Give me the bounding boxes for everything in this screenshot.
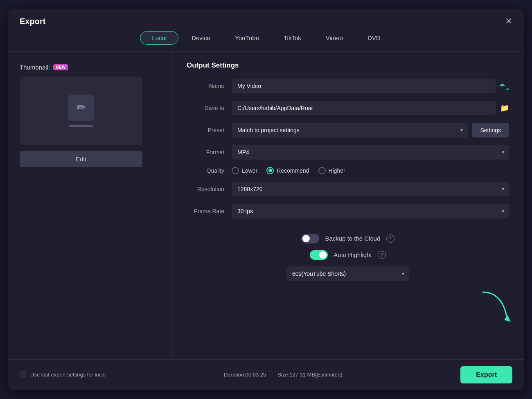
resolution-select[interactable]: 1280x720 (232, 182, 509, 196)
lower-label: Lower (242, 167, 257, 174)
thumbnail-preview: ✏ (20, 77, 142, 145)
output-settings-title: Output Settings (187, 61, 509, 70)
auto-highlight-row: Auto Highlight ? (187, 250, 509, 260)
thumbnail-bar (69, 125, 93, 127)
footer-info: Duration:00:03:25 Size:127.31 MB(Estimat… (224, 372, 343, 378)
higher-radio-circle (318, 167, 326, 174)
tab-youtube[interactable]: YouTube (223, 32, 271, 44)
shorts-select[interactable]: 60s(YouTube Shorts) (286, 266, 409, 281)
folder-icon[interactable]: 📁 (500, 104, 509, 113)
name-label: Name (187, 83, 232, 89)
backup-help-icon[interactable]: ? (386, 234, 394, 243)
tab-device[interactable]: Device (180, 32, 222, 44)
format-label: Format (187, 149, 232, 156)
quality-label: Quality (187, 167, 232, 174)
new-badge: NEW (53, 64, 68, 70)
preset-row: Preset Match to project settings ▾ Setti… (187, 123, 509, 138)
preset-select[interactable]: Match to project settings (232, 123, 468, 138)
auto-highlight-label: Auto Highlight (334, 251, 372, 258)
quality-lower[interactable]: Lower (232, 167, 257, 174)
tab-vimeo[interactable]: Vimeo (314, 32, 354, 44)
quality-recommend[interactable]: Recommend (266, 167, 309, 174)
thumbnail-text: Thumbnail: (20, 64, 50, 71)
auto-highlight-help-icon[interactable]: ? (378, 251, 386, 259)
right-panel: Output Settings Name ✒AI Save to 📁 Pre (172, 52, 524, 359)
quality-options: Lower Recommend Higher (232, 167, 509, 174)
auto-highlight-toggle[interactable] (310, 250, 328, 260)
format-row: Format MP4 ▾ (187, 145, 509, 160)
export-dialog: Export ✕ Local Device YouTube TikTok Vim… (8, 9, 524, 390)
frame-rate-select-wrap: 30 fps ▾ (232, 204, 509, 219)
use-last-label: Use last export settings for local (30, 372, 106, 378)
title-bar: Export ✕ (8, 9, 524, 31)
shorts-select-wrap: 60s(YouTube Shorts) ▾ (187, 266, 509, 281)
preset-input-group: Match to project settings ▾ Settings (232, 123, 509, 138)
name-input-group: ✒AI (232, 79, 509, 93)
frame-rate-row: Frame Rate 30 fps ▾ (187, 204, 509, 219)
format-select-wrap: MP4 ▾ (232, 145, 509, 160)
shorts-select-dropdown-wrap: 60s(YouTube Shorts) ▾ (286, 266, 409, 281)
save-to-row: Save to 📁 (187, 101, 509, 115)
format-select[interactable]: MP4 (232, 145, 509, 160)
edit-pencil-icon: ✏ (77, 101, 86, 114)
use-last-wrap: Use last export settings for local (20, 372, 106, 378)
backup-toggle-thumb (302, 235, 310, 242)
save-to-input[interactable] (232, 101, 496, 115)
frame-rate-select[interactable]: 30 fps (232, 204, 509, 219)
svg-marker-0 (504, 315, 511, 322)
close-button[interactable]: ✕ (505, 17, 512, 26)
size-label: Size:127.31 MB(Estimated) (277, 372, 342, 378)
tab-dvd[interactable]: DVD (356, 32, 392, 44)
save-to-label: Save to (187, 105, 232, 111)
resolution-select-wrap: 1280x720 ▾ (232, 182, 509, 196)
thumbnail-label: Thumbnail: NEW (20, 64, 68, 71)
resolution-label: Resolution (187, 186, 232, 192)
main-content: Thumbnail: NEW ✏ Edit Output Settings Na… (8, 52, 524, 359)
use-last-checkbox[interactable] (20, 372, 26, 378)
lower-radio-circle (232, 167, 239, 174)
name-row: Name ✒AI (187, 79, 509, 93)
settings-button[interactable]: Settings (472, 123, 509, 138)
recommend-radio-dot (268, 169, 272, 172)
backup-row: Backup to the Cloud ? (187, 234, 509, 243)
export-button[interactable]: Export (460, 366, 512, 383)
name-input[interactable] (232, 79, 496, 93)
duration-label: Duration:00:03:25 (224, 372, 266, 378)
tab-tiktok[interactable]: TikTok (272, 32, 313, 44)
preset-label: Preset (187, 127, 232, 133)
backup-label: Backup to the Cloud (325, 235, 380, 242)
frame-rate-label: Frame Rate (187, 208, 232, 214)
export-arrow (479, 288, 512, 327)
footer: Use last export settings for local Durat… (8, 359, 524, 390)
ai-icon[interactable]: ✒AI (500, 81, 509, 91)
backup-toggle[interactable] (301, 234, 319, 243)
tab-local[interactable]: Local (140, 31, 178, 45)
dialog-title: Export (20, 17, 45, 26)
recommend-radio-circle (266, 167, 274, 174)
left-panel: Thumbnail: NEW ✏ Edit (8, 52, 172, 359)
tabs-row: Local Device YouTube TikTok Vimeo DVD (8, 31, 524, 51)
section-divider (187, 226, 509, 226)
quality-higher[interactable]: Higher (318, 167, 345, 174)
shorts-select-inner: 60s(YouTube Shorts) ▾ (286, 266, 409, 281)
auto-highlight-toggle-thumb (319, 251, 327, 259)
quality-row: Quality Lower Recommend Higher (187, 167, 509, 174)
preset-select-wrap: Match to project settings ▾ (232, 123, 468, 138)
thumbnail-icon-wrap: ✏ (68, 95, 94, 121)
recommend-label: Recommend (277, 167, 309, 174)
resolution-row: Resolution 1280x720 ▾ (187, 182, 509, 196)
save-to-input-group: 📁 (232, 101, 509, 115)
edit-button[interactable]: Edit (20, 151, 142, 167)
higher-label: Higher (329, 167, 345, 174)
